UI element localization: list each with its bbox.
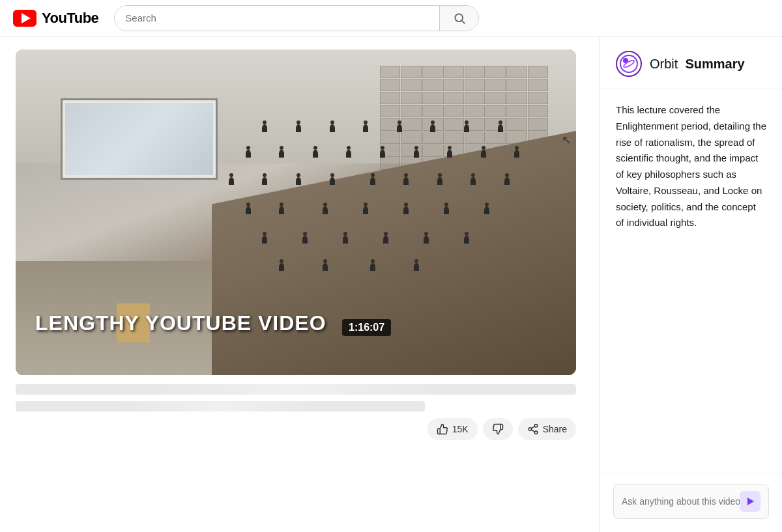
video-actions: 15K Share	[16, 418, 576, 440]
orbit-send-button[interactable]	[740, 491, 760, 512]
main-layout: ↖ LENGTHY YOUTUBE VIDEO 1:16:07 15K	[0, 36, 782, 532]
orbit-title-bold: Summary	[685, 57, 744, 71]
orbit-title-regular: Orbit	[650, 57, 678, 71]
thumbs-up-icon	[437, 423, 448, 435]
youtube-logo-text: YouTube	[42, 10, 98, 27]
send-arrow-icon	[747, 497, 754, 505]
svg-point-0	[455, 14, 463, 21]
skeleton-subtitle-line	[16, 401, 425, 412]
video-meta	[16, 384, 576, 412]
audience	[229, 115, 565, 310]
search-input[interactable]	[115, 6, 439, 31]
orbit-header: Orbit Summary	[600, 36, 782, 89]
share-label: Share	[543, 424, 567, 434]
youtube-icon	[13, 10, 36, 27]
cursor-indicator: ↖	[562, 133, 570, 145]
orbit-input-area	[600, 473, 782, 532]
orbit-summary-content: This lecture covered the Enlightenment p…	[600, 89, 782, 473]
orbit-input-box[interactable]	[613, 484, 769, 519]
dislike-button[interactable]	[483, 418, 513, 440]
search-button[interactable]	[439, 6, 478, 31]
video-title-text: LENGTHY YOUTUBE VIDEO	[35, 311, 326, 335]
orbit-summary-text: This lecture covered the Enlightenment p…	[616, 102, 766, 231]
video-title-overlay: LENGTHY YOUTUBE VIDEO 1:16:07	[35, 311, 557, 336]
orbit-chat-input[interactable]	[622, 496, 740, 507]
orbit-logo	[616, 51, 642, 77]
svg-point-4	[534, 431, 538, 434]
like-button[interactable]: 15K	[427, 418, 478, 440]
video-duration-badge: 1:16:07	[342, 319, 391, 336]
svg-line-5	[531, 430, 534, 432]
svg-line-6	[531, 427, 534, 428]
svg-point-2	[534, 425, 538, 428]
video-area: ↖ LENGTHY YOUTUBE VIDEO 1:16:07 15K	[0, 36, 600, 532]
video-player[interactable]: ↖ LENGTHY YOUTUBE VIDEO 1:16:07	[16, 49, 576, 375]
share-icon	[527, 423, 539, 435]
svg-point-3	[529, 428, 532, 431]
projection-screen	[61, 98, 218, 180]
svg-line-1	[462, 20, 465, 23]
search-bar[interactable]	[114, 5, 479, 31]
share-button[interactable]: Share	[518, 418, 576, 440]
search-icon	[453, 12, 466, 25]
skeleton-title-line	[16, 384, 576, 395]
thumbs-down-icon	[492, 423, 504, 435]
header: YouTube	[0, 0, 782, 36]
like-count: 15K	[452, 424, 469, 434]
logo-area: YouTube	[13, 10, 98, 27]
orbit-title: Orbit Summary	[650, 57, 745, 72]
orbit-panel: Orbit Summary This lecture covered the E…	[600, 36, 782, 532]
